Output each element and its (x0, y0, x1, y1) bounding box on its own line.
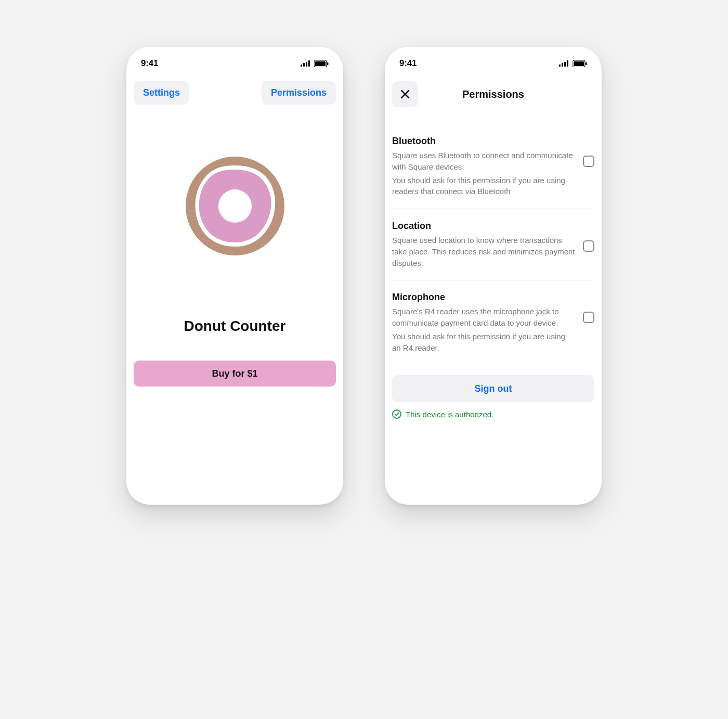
svg-rect-0 (301, 65, 302, 67)
phone-permissions: 9:41 Permissions Bluetooth Square uses B… (385, 47, 602, 505)
donut-icon (183, 154, 287, 258)
status-bar: 9:41 (385, 51, 602, 76)
authorization-status-text: This device is authorized. (406, 410, 493, 419)
status-time: 9:41 (141, 58, 158, 69)
nav-row: Settings Permissions (126, 76, 343, 105)
battery-icon (573, 60, 587, 67)
permission-checkbox[interactable] (583, 240, 594, 252)
status-icons (301, 60, 329, 67)
svg-rect-10 (562, 63, 563, 67)
svg-point-16 (393, 410, 401, 418)
svg-point-8 (218, 189, 252, 223)
svg-rect-12 (567, 60, 568, 67)
cellular-icon (301, 60, 311, 67)
check-circle-icon (392, 409, 401, 419)
permission-note: You should ask for this permission if yo… (392, 175, 576, 198)
permission-title: Microphone (392, 292, 576, 303)
app-title: Donut Counter (126, 318, 343, 335)
status-bar: 9:41 (126, 51, 343, 76)
permission-title: Bluetooth (392, 136, 576, 147)
nav-row: Permissions (385, 76, 602, 107)
status-icons (559, 60, 587, 67)
svg-rect-6 (327, 62, 329, 65)
svg-rect-2 (306, 62, 307, 67)
permission-microphone: Microphone Square's R4 reader uses the m… (392, 292, 594, 365)
authorization-status: This device is authorized. (392, 409, 594, 419)
svg-rect-9 (559, 65, 561, 67)
permission-bluetooth: Bluetooth Square uses Bluetooth to conne… (392, 136, 594, 209)
battery-icon (314, 60, 329, 67)
svg-rect-5 (315, 61, 326, 66)
permission-location: Location Square used location to know wh… (392, 221, 594, 280)
settings-button[interactable]: Settings (134, 81, 189, 105)
svg-rect-11 (564, 62, 566, 67)
permissions-list: Bluetooth Square uses Bluetooth to conne… (385, 136, 602, 365)
permission-checkbox[interactable] (583, 156, 594, 167)
sign-out-button[interactable]: Sign out (392, 375, 594, 402)
permission-note: You should ask for this permission if yo… (392, 331, 576, 354)
svg-rect-15 (586, 62, 587, 65)
permission-description: Square's R4 reader uses the microphone j… (392, 306, 576, 329)
close-button[interactable] (392, 81, 418, 107)
cellular-icon (559, 60, 569, 67)
svg-rect-14 (574, 61, 584, 66)
permission-description: Square used location to know where trans… (392, 235, 576, 268)
buy-button[interactable]: Buy for $1 (134, 361, 336, 387)
status-time: 9:41 (399, 58, 417, 69)
permission-description: Square uses Bluetooth to connect and com… (392, 150, 576, 173)
permissions-button[interactable]: Permissions (262, 81, 336, 105)
permission-checkbox[interactable] (583, 312, 594, 323)
close-icon (400, 89, 410, 99)
svg-rect-3 (308, 60, 310, 67)
phone-donut-counter: 9:41 Settings Permissions Donut Counter … (126, 47, 343, 505)
donut-illustration (126, 154, 343, 258)
svg-rect-1 (303, 63, 305, 67)
permission-title: Location (392, 221, 576, 232)
